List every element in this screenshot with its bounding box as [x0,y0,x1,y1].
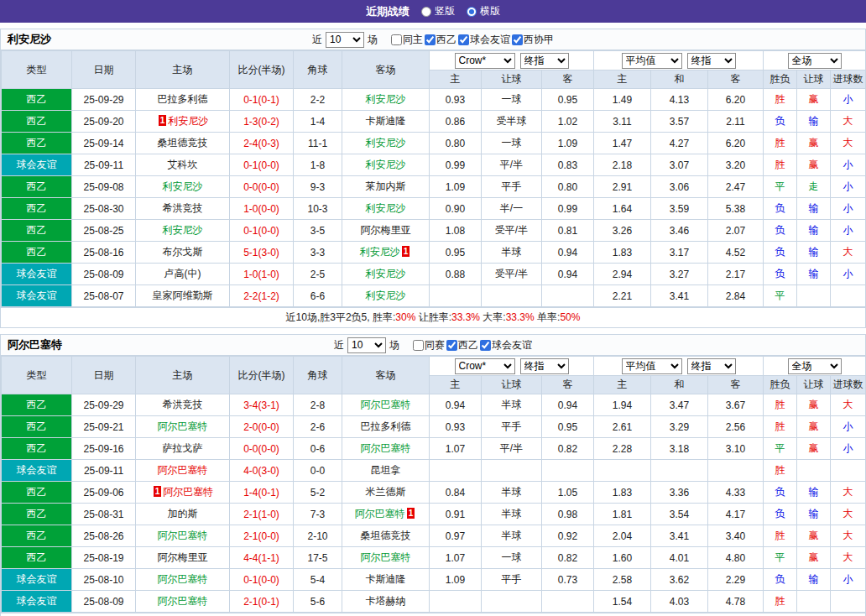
home-team[interactable]: 希洪竞技 [136,198,230,220]
match-score[interactable]: 2-2(1-2) [230,285,294,307]
odds-type-select[interactable]: 终指 [520,53,569,69]
layout-radio-vertical[interactable]: 竖版 [421,4,455,18]
checkbox-input[interactable] [425,34,436,45]
home-team[interactable]: 1利安尼沙 [136,111,230,133]
column-subheader: 和 [651,70,708,89]
checkbox-input[interactable] [446,340,457,351]
away-team[interactable]: 利安尼沙 [342,285,430,307]
recent-count-select[interactable]: 10 [347,337,386,353]
home-team[interactable]: 希洪竞技 [136,394,230,416]
match-score[interactable]: 0-0(0-0) [230,438,294,460]
filter-checkbox-1[interactable]: 西乙 [445,338,478,352]
scope-select[interactable]: 全场 [788,358,842,374]
page-title: 近期战绩 [366,4,410,19]
team-label: 阿尔巴塞特 [361,551,411,563]
match-score[interactable]: 0-1(0-0) [230,154,294,176]
odds-handicap [482,460,542,482]
filter-checkbox-2[interactable]: 球会友谊 [478,338,532,352]
avg-type-select[interactable]: 终指 [687,358,736,374]
home-team[interactable]: 布尔戈斯 [136,242,230,264]
home-team[interactable]: 阿尔巴塞特 [136,525,230,547]
checkbox-input[interactable] [413,340,424,351]
match-score[interactable]: 1-4(0-1) [230,482,294,504]
checkbox-input[interactable] [458,34,469,45]
avg-away [708,460,764,482]
checkbox-input[interactable] [391,34,402,45]
home-team[interactable]: 阿尔巴塞特 [136,569,230,591]
scope-select[interactable]: 全场 [788,53,842,69]
match-score[interactable]: 0-1(0-0) [230,220,294,242]
away-team[interactable]: 米兰德斯 [342,482,430,504]
away-team[interactable]: 阿尔巴塞特 [342,394,430,416]
match-score[interactable]: 5-1(3-0) [230,242,294,264]
filter-checkbox-0[interactable]: 同主 [389,33,423,47]
home-team[interactable]: 巴拉多利德 [136,89,230,111]
filter-checkbox-3[interactable]: 西协甲 [510,33,554,47]
layout-radio-horizontal[interactable]: 横版 [467,4,500,18]
home-team[interactable]: 1阿尔巴塞特 [136,482,230,504]
away-team[interactable]: 阿尔梅里亚 [342,220,430,242]
column-subheader: 让球 [482,376,542,394]
result-goals: 小 [831,220,866,242]
home-team[interactable]: 利安尼沙 [136,220,230,242]
odds-company-select[interactable]: Crow* [455,53,515,69]
away-team[interactable]: 卡斯迪隆 [342,111,430,133]
match-score[interactable]: 2-1(0-0) [230,525,294,547]
away-team[interactable]: 昆坦拿 [342,460,430,482]
home-team[interactable]: 利安尼沙 [136,176,230,198]
odds-type-select[interactable]: 终指 [520,358,569,374]
match-score[interactable]: 2-1(0-1) [230,591,294,613]
away-team[interactable]: 利安尼沙1 [342,242,430,264]
match-row: 西乙25-09-29巴拉多利德0-1(0-1)2-2利安尼沙0.93一球0.95… [2,89,866,111]
away-team[interactable]: 阿尔巴塞特1 [342,504,430,525]
match-score[interactable]: 0-0(0-0) [230,176,294,198]
match-score[interactable]: 2-0(0-0) [230,416,294,438]
home-team[interactable]: 阿尔巴塞特 [136,416,230,438]
away-team[interactable]: 卡斯迪隆 [342,569,430,591]
odds-company-select[interactable]: Crow* [455,358,515,374]
filter-checkbox-1[interactable]: 西乙 [423,33,456,47]
away-team[interactable]: 莱加内斯 [342,176,430,198]
home-team[interactable]: 加的斯 [136,504,230,525]
home-team[interactable]: 阿尔梅里亚 [136,547,230,569]
match-score[interactable]: 4-0(3-0) [230,460,294,482]
away-team[interactable]: 巴拉多利德 [342,416,430,438]
away-team[interactable]: 利安尼沙 [342,264,430,285]
away-team[interactable]: 利安尼沙 [342,154,430,176]
league-type-badge: 球会友谊 [2,154,72,176]
away-team[interactable]: 利安尼沙 [342,89,430,111]
avg-company-select[interactable]: 平均值 [622,53,682,69]
away-team[interactable]: 阿尔巴塞特 [342,438,430,460]
filter-checkbox-2[interactable]: 球会友谊 [456,33,510,47]
home-team[interactable]: 阿尔巴塞特 [136,591,230,613]
checkbox-input[interactable] [512,34,523,45]
away-team[interactable]: 卡塔赫纳 [342,591,430,613]
match-row: 西乙25-09-16萨拉戈萨0-0(0-0)0-6阿尔巴塞特1.07平/半0.8… [2,438,866,460]
home-team[interactable]: 阿尔巴塞特 [136,460,230,482]
home-team[interactable]: 萨拉戈萨 [136,438,230,460]
match-score[interactable]: 2-1(1-0) [230,504,294,525]
avg-type-select[interactable]: 终指 [687,53,736,69]
match-score[interactable]: 1-3(0-2) [230,111,294,133]
filter-checkbox-0[interactable]: 同赛 [411,338,445,352]
match-score[interactable]: 1-0(0-0) [230,198,294,220]
checkbox-input[interactable] [480,340,491,351]
away-team[interactable]: 桑坦德竞技 [342,525,430,547]
match-score[interactable]: 4-4(1-1) [230,547,294,569]
home-team[interactable]: 皇家阿维勤斯 [136,285,230,307]
home-team[interactable]: 桑坦德竞技 [136,133,230,154]
away-team[interactable]: 利安尼沙 [342,198,430,220]
match-score[interactable]: 3-4(3-1) [230,394,294,416]
home-team[interactable]: 艾科坎 [136,154,230,176]
match-score[interactable]: 0-1(0-1) [230,89,294,111]
avg-company-select[interactable]: 平均值 [622,358,682,374]
match-score[interactable]: 1-0(1-0) [230,264,294,285]
league-type-badge: 西乙 [2,111,72,133]
checkbox-label: 西乙 [436,33,456,47]
away-team[interactable]: 利安尼沙 [342,133,430,154]
away-team[interactable]: 阿尔巴塞特 [342,547,430,569]
recent-count-select[interactable]: 10 [326,32,364,48]
match-score[interactable]: 0-1(0-0) [230,569,294,591]
match-score[interactable]: 2-4(0-3) [230,133,294,154]
home-team[interactable]: 卢高(中) [136,264,230,285]
